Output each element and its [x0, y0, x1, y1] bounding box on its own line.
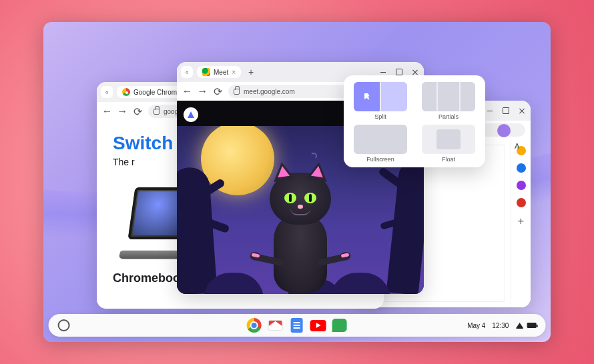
launcher-icon[interactable] — [58, 319, 70, 331]
fullscreen-preview-icon — [354, 125, 407, 154]
minimize-button[interactable] — [485, 106, 495, 115]
snap-label: Split — [374, 113, 386, 120]
new-tab-button[interactable]: + — [245, 66, 257, 78]
tab-home-icon[interactable]: ◦ — [101, 86, 113, 98]
close-icon[interactable] — [517, 106, 527, 115]
shelf-apps — [246, 317, 348, 333]
lock-icon — [234, 89, 240, 95]
side-panel: + — [511, 139, 531, 307]
battery-icon — [527, 323, 536, 328]
reload-icon[interactable]: ⟳ — [133, 107, 143, 117]
back-icon[interactable]: ← — [182, 87, 192, 97]
docs-window-controls — [485, 106, 527, 115]
tab-home-icon[interactable]: ◦ — [181, 66, 193, 78]
shelf-app-youtube[interactable] — [310, 317, 326, 333]
swirl-icon — [310, 153, 317, 159]
format-text-icon[interactable]: A — [515, 142, 525, 153]
tasks-icon[interactable] — [517, 163, 526, 173]
status-time: 12:30 — [492, 322, 509, 329]
youtube-icon — [310, 320, 326, 331]
forward-icon[interactable]: → — [198, 87, 208, 97]
cat-character — [254, 173, 347, 293]
shelf-app-messages[interactable] — [332, 317, 348, 333]
split-preview-icon — [354, 82, 407, 111]
wifi-icon — [515, 323, 523, 329]
messages-icon — [332, 319, 347, 332]
forward-icon[interactable]: → — [117, 107, 127, 117]
shelf: May 4 12:30 — [49, 314, 546, 337]
chrome-icon — [247, 318, 262, 333]
self-view-badge-icon[interactable] — [184, 107, 198, 122]
meet-tab[interactable]: Meet × — [197, 66, 241, 78]
addons-plus-icon[interactable]: + — [518, 215, 524, 227]
status-date: May 4 — [467, 322, 485, 329]
shelf-app-chrome[interactable] — [246, 317, 262, 333]
tree-right — [386, 159, 424, 294]
maps-icon[interactable] — [517, 198, 526, 207]
snap-option-float[interactable]: Float — [420, 125, 477, 163]
shelf-app-gmail[interactable] — [268, 317, 284, 333]
partials-preview-icon — [422, 82, 475, 111]
desktop: ◦ Untitled document ← ⟳ docs.google.com … — [43, 22, 551, 342]
meet-url: meet.google.com — [244, 88, 295, 95]
snap-label: Fullscreen — [366, 156, 394, 163]
account-avatar[interactable] — [497, 124, 511, 137]
docs-icon — [291, 318, 303, 333]
snap-layout-popover: Split Partials Fullscreen Float — [344, 75, 485, 167]
snap-label: Float — [442, 156, 455, 163]
lock-icon — [154, 109, 160, 115]
snap-option-partials[interactable]: Partials — [420, 82, 477, 121]
gmail-icon — [268, 320, 283, 331]
tab-close-icon[interactable]: × — [232, 69, 236, 76]
chrome-favicon-icon — [122, 88, 130, 96]
float-preview-icon — [422, 125, 475, 154]
snap-option-fullscreen[interactable]: Fullscreen — [352, 125, 409, 163]
meet-tab-title: Meet — [214, 69, 228, 76]
shelf-app-docs[interactable] — [289, 317, 305, 333]
tree-left — [177, 166, 218, 294]
contacts-icon[interactable] — [517, 181, 526, 190]
status-icons — [515, 323, 536, 329]
back-icon[interactable]: ← — [102, 107, 112, 117]
reload-icon[interactable]: ⟳ — [213, 87, 223, 97]
maximize-button[interactable] — [501, 106, 511, 115]
snap-option-split[interactable]: Split — [352, 82, 409, 121]
snap-label: Partials — [438, 113, 459, 120]
meet-favicon-icon — [202, 68, 210, 76]
status-area[interactable]: May 4 12:30 — [467, 322, 536, 329]
